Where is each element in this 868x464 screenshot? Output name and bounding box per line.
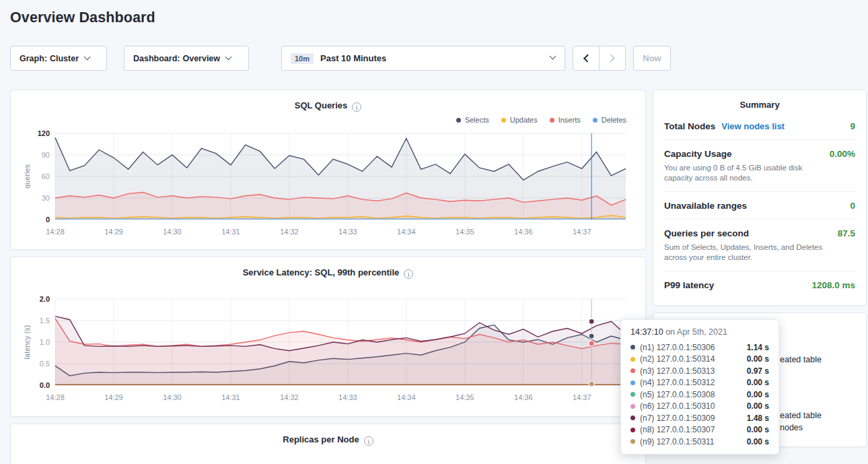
legend-label: Inserts — [558, 116, 581, 124]
svg-text:14:29: 14:29 — [104, 228, 123, 236]
node-address-label: (n2) 127.0.0.1:50314 — [640, 354, 715, 364]
node-address-label: (n3) 127.0.0.1:50313 — [640, 366, 715, 376]
capacity-usage-desc: You are using 0 B of 4.5 GiB usable disk… — [664, 163, 832, 183]
series-color-dot — [630, 368, 635, 373]
tooltip-node-row: (n4) 127.0.0.1:503120.00 s — [630, 377, 769, 389]
graph-dropdown-value: Cluster — [50, 54, 79, 63]
total-nodes-value: 9 — [850, 121, 855, 131]
svg-text:14:28: 14:28 — [46, 228, 65, 236]
tooltip-node-row: (n2) 127.0.0.1:503140.00 s — [630, 354, 769, 366]
node-latency-value: 1.48 s — [747, 413, 769, 423]
info-icon[interactable] — [364, 436, 373, 446]
node-address-label: (n1) 127.0.0.1:50306 — [640, 343, 715, 352]
time-range-value: Past 10 Minutes — [320, 53, 386, 63]
chevron-right-icon — [607, 54, 615, 62]
tooltip-time: 14:37:10 — [630, 327, 663, 337]
chevron-down-icon — [84, 54, 91, 61]
chart-hover-tooltip: 14:37:10 on Apr 5th, 2021 (n1) 127.0.0.1… — [620, 319, 779, 455]
time-prev-button[interactable] — [573, 46, 600, 71]
view-nodes-list-link[interactable]: View nodes list — [721, 121, 785, 131]
legend-item[interactable]: Inserts — [550, 116, 581, 124]
series-color-dot — [630, 416, 635, 420]
node-latency-value: 0.00 s — [747, 437, 769, 446]
legend-label: Updates — [510, 116, 538, 124]
tooltip-node-row: (n5) 127.0.0.1:503080.00 s — [630, 389, 769, 401]
event-item-fragment[interactable]: eated table — [780, 411, 822, 420]
service-latency-chart-panel: Service Latency: SQL, 99th percentile 14… — [10, 257, 646, 417]
svg-text:latency (s): latency (s) — [23, 325, 31, 360]
svg-text:0.0: 0.0 — [40, 381, 50, 389]
time-range-dropdown[interactable]: 10m Past 10 Minutes — [281, 46, 565, 71]
legend-label: Deletes — [602, 116, 626, 124]
svg-text:60: 60 — [42, 172, 50, 180]
summary-title: Summary — [664, 100, 855, 110]
node-latency-value: 0.00 s — [747, 378, 769, 387]
tooltip-node-row: (n9) 127.0.0.1:503110.00 s — [630, 436, 769, 448]
node-latency-value: 0.00 s — [747, 390, 769, 399]
node-address-label: (n7) 127.0.0.1:50309 — [640, 413, 715, 423]
node-latency-value: 0.00 s — [747, 401, 769, 411]
time-range-badge: 10m — [291, 53, 314, 64]
svg-text:14:34: 14:34 — [397, 393, 416, 401]
sql-queries-chart[interactable]: 14:2814:2914:3014:3114:3214:3314:3414:35… — [22, 127, 632, 241]
node-latency-value: 0.97 s — [747, 366, 769, 376]
chart-title: SQL Queries — [295, 100, 348, 110]
capacity-usage-label: Capacity Usage — [664, 149, 732, 159]
tooltip-node-row: (n1) 127.0.0.1:503061.14 s — [630, 341, 769, 354]
svg-text:14:31: 14:31 — [221, 393, 240, 401]
series-color-dot — [630, 428, 635, 432]
legend-dot — [593, 118, 598, 123]
svg-text:14:30: 14:30 — [163, 228, 182, 236]
series-color-dot — [630, 439, 635, 444]
tooltip-node-row: (n8) 127.0.0.1:503070.00 s — [630, 424, 769, 436]
tooltip-node-row: (n7) 127.0.0.1:503091.48 s — [630, 412, 769, 424]
qps-desc: Sum of Selects, Updates, Inserts, and De… — [664, 242, 832, 263]
svg-text:120: 120 — [38, 129, 50, 137]
dashboard-dropdown[interactable]: Dashboard: Overview — [124, 46, 249, 71]
svg-text:14:33: 14:33 — [338, 393, 357, 401]
series-color-dot — [630, 380, 635, 385]
summary-row-unavailable-ranges: Unavailable ranges 0 — [664, 191, 855, 219]
svg-text:14:37: 14:37 — [573, 228, 591, 236]
service-latency-chart[interactable]: 14:2814:2914:3014:3114:3214:3314:3414:35… — [22, 292, 632, 407]
summary-row-p99-latency: P99 latency 1208.0 ms — [664, 271, 855, 298]
summary-row-qps: Queries per second 87.5 Sum of Selects, … — [664, 219, 855, 271]
node-latency-value: 0.00 s — [747, 354, 769, 364]
legend-dot — [501, 118, 506, 123]
unavailable-ranges-label: Unavailable ranges — [664, 201, 747, 211]
capacity-usage-value: 0.00% — [830, 149, 855, 159]
svg-text:1.5: 1.5 — [40, 317, 50, 325]
node-address-label: (n5) 127.0.0.1:50308 — [640, 390, 715, 399]
now-button[interactable]: Now — [633, 46, 671, 71]
info-icon[interactable] — [404, 269, 413, 279]
svg-text:14:29: 14:29 — [104, 393, 123, 401]
svg-text:14:30: 14:30 — [163, 393, 182, 401]
tooltip-node-row: (n3) 127.0.0.1:503130.97 s — [630, 365, 769, 377]
chart-legend: SelectsUpdatesInsertsDeletes — [22, 113, 635, 127]
svg-text:queries: queries — [23, 164, 31, 189]
svg-text:14:36: 14:36 — [514, 393, 533, 401]
sql-queries-chart-panel: SQL Queries SelectsUpdatesInsertsDeletes… — [10, 90, 646, 250]
summary-row-total-nodes: Total Nodes View nodes list 9 — [664, 112, 855, 139]
replicas-per-node-chart-panel: Replicas per Node — [10, 424, 646, 464]
svg-text:30: 30 — [42, 194, 50, 202]
time-next-button[interactable] — [599, 46, 626, 71]
summary-row-capacity-usage: Capacity Usage 0.00% You are using 0 B o… — [664, 139, 855, 191]
legend-item[interactable]: Deletes — [593, 116, 626, 124]
graph-dropdown[interactable]: Graph: Cluster — [10, 46, 107, 71]
graph-dropdown-label: Graph: — [20, 54, 47, 63]
legend-item[interactable]: Selects — [456, 116, 489, 124]
chart-title: Replicas per Node — [283, 434, 359, 444]
legend-item[interactable]: Updates — [501, 116, 538, 124]
chevron-left-icon — [583, 54, 591, 62]
series-color-dot — [630, 404, 635, 409]
event-item-fragment[interactable]: nodes — [780, 423, 803, 432]
unavailable-ranges-value: 0 — [850, 201, 855, 211]
svg-text:14:35: 14:35 — [456, 393, 474, 401]
series-color-dot — [630, 345, 635, 350]
event-item-fragment[interactable]: eated table — [780, 355, 822, 364]
svg-text:14:28: 14:28 — [46, 393, 65, 401]
svg-text:14:36: 14:36 — [514, 228, 533, 236]
info-icon[interactable] — [352, 102, 361, 112]
node-address-label: (n4) 127.0.0.1:50312 — [640, 378, 715, 387]
